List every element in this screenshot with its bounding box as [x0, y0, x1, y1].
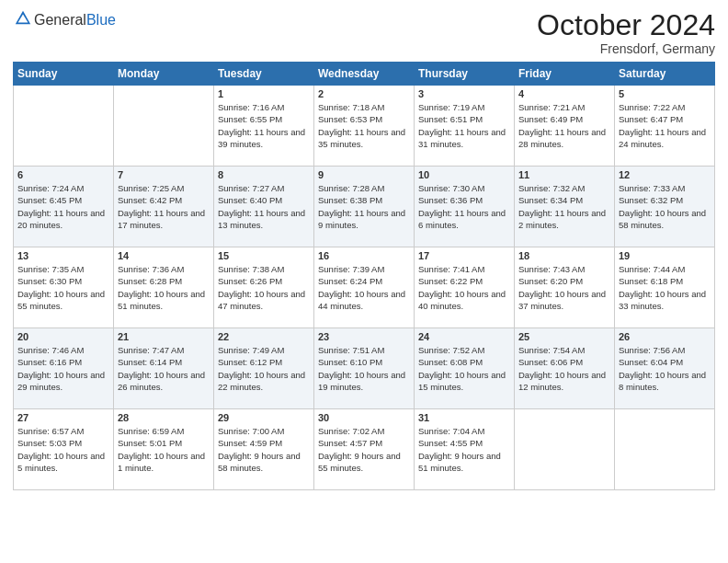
- calendar-cell: 23Sunrise: 7:51 AM Sunset: 6:10 PM Dayli…: [314, 328, 415, 409]
- day-number: 2: [318, 88, 410, 99]
- calendar-week-row: 27Sunrise: 6:57 AM Sunset: 5:03 PM Dayli…: [14, 409, 715, 490]
- day-number: 24: [418, 331, 510, 342]
- day-info: Sunrise: 7:38 AM Sunset: 6:26 PM Dayligh…: [218, 263, 310, 312]
- calendar-cell: 3Sunrise: 7:19 AM Sunset: 6:51 PM Daylig…: [415, 86, 515, 167]
- calendar-cell: 12Sunrise: 7:33 AM Sunset: 6:32 PM Dayli…: [615, 167, 715, 247]
- calendar-cell: 29Sunrise: 7:00 AM Sunset: 4:59 PM Dayli…: [214, 409, 314, 490]
- day-number: 6: [17, 169, 109, 180]
- page-header: GeneralBlue October 2024 Frensdorf, Germ…: [13, 9, 715, 56]
- day-number: 7: [118, 169, 210, 180]
- day-number: 14: [118, 250, 210, 261]
- calendar-week-row: 6Sunrise: 7:24 AM Sunset: 6:45 PM Daylig…: [14, 167, 715, 247]
- day-number: 10: [418, 169, 510, 180]
- calendar-cell: 28Sunrise: 6:59 AM Sunset: 5:01 PM Dayli…: [114, 409, 214, 490]
- calendar-cell: 30Sunrise: 7:02 AM Sunset: 4:57 PM Dayli…: [314, 409, 415, 490]
- calendar-cell: 14Sunrise: 7:36 AM Sunset: 6:28 PM Dayli…: [114, 247, 214, 328]
- calendar-cell: 27Sunrise: 6:57 AM Sunset: 5:03 PM Dayli…: [14, 409, 114, 490]
- day-number: 23: [318, 331, 410, 342]
- calendar-cell: 26Sunrise: 7:56 AM Sunset: 6:04 PM Dayli…: [615, 328, 715, 409]
- day-number: 16: [318, 250, 410, 261]
- day-info: Sunrise: 7:00 AM Sunset: 4:59 PM Dayligh…: [218, 425, 310, 474]
- calendar-cell: 7Sunrise: 7:25 AM Sunset: 6:42 PM Daylig…: [114, 167, 214, 247]
- day-number: 4: [518, 88, 610, 99]
- calendar-cell: [515, 409, 615, 490]
- calendar-cell: 2Sunrise: 7:18 AM Sunset: 6:53 PM Daylig…: [314, 86, 415, 167]
- calendar-cell: 15Sunrise: 7:38 AM Sunset: 6:26 PM Dayli…: [214, 247, 314, 328]
- day-number: 31: [418, 412, 510, 423]
- calendar-week-row: 1Sunrise: 7:16 AM Sunset: 6:55 PM Daylig…: [14, 86, 715, 167]
- day-info: Sunrise: 7:02 AM Sunset: 4:57 PM Dayligh…: [318, 425, 410, 474]
- calendar-cell: 6Sunrise: 7:24 AM Sunset: 6:45 PM Daylig…: [14, 167, 114, 247]
- calendar-cell: 25Sunrise: 7:54 AM Sunset: 6:06 PM Dayli…: [515, 328, 615, 409]
- calendar-cell: 16Sunrise: 7:39 AM Sunset: 6:24 PM Dayli…: [314, 247, 415, 328]
- calendar-cell: 8Sunrise: 7:27 AM Sunset: 6:40 PM Daylig…: [214, 167, 314, 247]
- day-header-wednesday: Wednesday: [314, 63, 415, 86]
- day-info: Sunrise: 7:36 AM Sunset: 6:28 PM Dayligh…: [118, 263, 210, 312]
- day-info: Sunrise: 7:25 AM Sunset: 6:42 PM Dayligh…: [118, 182, 210, 231]
- day-info: Sunrise: 7:21 AM Sunset: 6:49 PM Dayligh…: [518, 101, 610, 150]
- calendar-cell: 22Sunrise: 7:49 AM Sunset: 6:12 PM Dayli…: [214, 328, 314, 409]
- calendar-cell: 18Sunrise: 7:43 AM Sunset: 6:20 PM Dayli…: [515, 247, 615, 328]
- calendar-cell: [14, 86, 114, 167]
- calendar-table: SundayMondayTuesdayWednesdayThursdayFrid…: [13, 62, 715, 490]
- day-info: Sunrise: 7:32 AM Sunset: 6:34 PM Dayligh…: [518, 182, 610, 231]
- day-info: Sunrise: 7:35 AM Sunset: 6:30 PM Dayligh…: [17, 263, 109, 312]
- day-info: Sunrise: 7:51 AM Sunset: 6:10 PM Dayligh…: [318, 344, 410, 393]
- day-header-saturday: Saturday: [615, 63, 715, 86]
- calendar-cell: 24Sunrise: 7:52 AM Sunset: 6:08 PM Dayli…: [415, 328, 515, 409]
- day-info: Sunrise: 7:04 AM Sunset: 4:55 PM Dayligh…: [418, 425, 510, 474]
- calendar-cell: 19Sunrise: 7:44 AM Sunset: 6:18 PM Dayli…: [615, 247, 715, 328]
- day-number: 12: [619, 169, 711, 180]
- calendar-cell: 9Sunrise: 7:28 AM Sunset: 6:38 PM Daylig…: [314, 167, 415, 247]
- day-number: 30: [318, 412, 410, 423]
- logo-blue-text: Blue: [86, 12, 116, 28]
- logo-icon: [14, 9, 32, 28]
- day-info: Sunrise: 7:28 AM Sunset: 6:38 PM Dayligh…: [318, 182, 410, 231]
- calendar-cell: 21Sunrise: 7:47 AM Sunset: 6:14 PM Dayli…: [114, 328, 214, 409]
- day-number: 26: [619, 331, 711, 342]
- calendar-cell: 4Sunrise: 7:21 AM Sunset: 6:49 PM Daylig…: [515, 86, 615, 167]
- day-header-sunday: Sunday: [14, 63, 114, 86]
- location-title: Frensdorf, Germany: [537, 41, 715, 56]
- day-number: 29: [218, 412, 310, 423]
- day-number: 25: [518, 331, 610, 342]
- day-info: Sunrise: 7:54 AM Sunset: 6:06 PM Dayligh…: [518, 344, 610, 393]
- day-number: 15: [218, 250, 310, 261]
- day-number: 11: [518, 169, 610, 180]
- day-number: 20: [17, 331, 109, 342]
- day-info: Sunrise: 7:41 AM Sunset: 6:22 PM Dayligh…: [418, 263, 510, 312]
- day-info: Sunrise: 7:39 AM Sunset: 6:24 PM Dayligh…: [318, 263, 410, 312]
- day-info: Sunrise: 7:52 AM Sunset: 6:08 PM Dayligh…: [418, 344, 510, 393]
- day-number: 5: [619, 88, 711, 99]
- day-info: Sunrise: 7:22 AM Sunset: 6:47 PM Dayligh…: [619, 101, 711, 150]
- calendar-cell: 5Sunrise: 7:22 AM Sunset: 6:47 PM Daylig…: [615, 86, 715, 167]
- day-number: 1: [218, 88, 310, 99]
- day-info: Sunrise: 7:44 AM Sunset: 6:18 PM Dayligh…: [619, 263, 711, 312]
- logo-text: GeneralBlue: [34, 12, 116, 29]
- calendar-header-row: SundayMondayTuesdayWednesdayThursdayFrid…: [14, 63, 715, 86]
- logo: GeneralBlue: [13, 9, 116, 31]
- day-number: 22: [218, 331, 310, 342]
- day-info: Sunrise: 6:57 AM Sunset: 5:03 PM Dayligh…: [17, 425, 109, 474]
- day-info: Sunrise: 7:49 AM Sunset: 6:12 PM Dayligh…: [218, 344, 310, 393]
- calendar-week-row: 13Sunrise: 7:35 AM Sunset: 6:30 PM Dayli…: [14, 247, 715, 328]
- day-header-thursday: Thursday: [415, 63, 515, 86]
- day-info: Sunrise: 7:46 AM Sunset: 6:16 PM Dayligh…: [17, 344, 109, 393]
- day-number: 19: [619, 250, 711, 261]
- day-info: Sunrise: 7:30 AM Sunset: 6:36 PM Dayligh…: [418, 182, 510, 231]
- month-title: October 2024: [537, 9, 715, 41]
- calendar-cell: 31Sunrise: 7:04 AM Sunset: 4:55 PM Dayli…: [415, 409, 515, 490]
- calendar-cell: [615, 409, 715, 490]
- day-info: Sunrise: 7:33 AM Sunset: 6:32 PM Dayligh…: [619, 182, 711, 231]
- calendar-page: GeneralBlue October 2024 Frensdorf, Germ…: [0, 0, 728, 563]
- day-number: 17: [418, 250, 510, 261]
- day-number: 27: [17, 412, 109, 423]
- day-number: 28: [118, 412, 210, 423]
- day-header-tuesday: Tuesday: [214, 63, 314, 86]
- day-number: 3: [418, 88, 510, 99]
- day-info: Sunrise: 7:16 AM Sunset: 6:55 PM Dayligh…: [218, 101, 310, 150]
- title-block: October 2024 Frensdorf, Germany: [537, 9, 715, 56]
- day-info: Sunrise: 7:43 AM Sunset: 6:20 PM Dayligh…: [518, 263, 610, 312]
- day-header-monday: Monday: [114, 63, 214, 86]
- day-info: Sunrise: 7:19 AM Sunset: 6:51 PM Dayligh…: [418, 101, 510, 150]
